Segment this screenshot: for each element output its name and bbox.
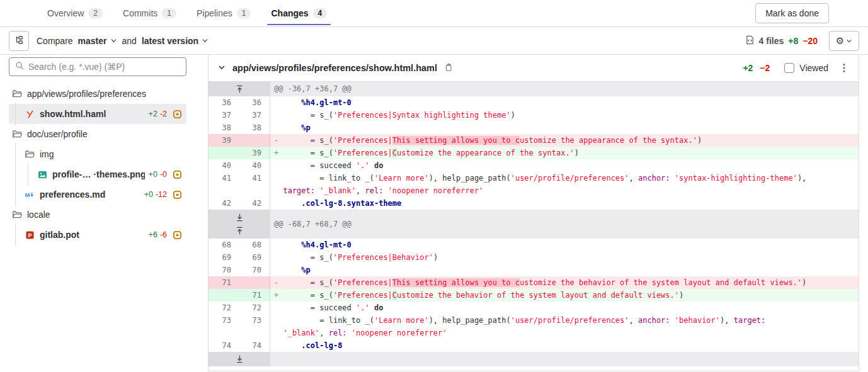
tree-folder-img[interactable]: img [9,144,186,164]
file-changed-indicator-icon [171,230,183,240]
new-line-number[interactable] [239,327,270,339]
new-line-number[interactable] [239,184,270,197]
new-line-number[interactable]: 69 [239,251,270,264]
diff-file-path: app/views/profiles/preferences/show.html… [232,63,437,73]
old-line-number[interactable] [208,184,239,197]
tree-file-show-html-haml[interactable]: show.html.haml+2-2 [9,104,186,124]
code-token: %h4.gl-mt-0 [301,98,351,107]
new-line-number[interactable]: 42 [239,197,270,210]
code-token: , [319,329,328,337]
new-line-number[interactable]: 74 [239,339,270,352]
code-token: ustomize the behavior of the system layo… [397,291,679,300]
tree-file-gitlab-pot[interactable]: Pgitlab.pot+6-6 [9,225,186,245]
old-line-number[interactable] [208,289,239,302]
tab-overview[interactable]: Overview2 [47,0,103,26]
code-token: '_blank' [319,186,356,195]
code-token: ), [720,316,734,325]
code-token: '.' [356,161,370,170]
new-line-number[interactable]: 39 [239,147,270,159]
tree-guide [11,144,24,164]
diff-marker [274,239,283,251]
tab-bar: Overview2Commits1Pipelines1Changes4 [47,0,327,26]
tree-folder-doc-user-profile[interactable]: doc/user/profile [9,124,186,144]
code-token: anchor: [638,174,670,183]
diff-marker [274,96,283,109]
folder-open-icon [11,210,23,220]
new-line-number[interactable]: 38 [239,121,270,134]
copy-file-path-button[interactable] [443,62,454,75]
tree-file-preferences-md[interactable]: Mpreferences.md+0-12 [9,184,186,205]
diff-line-row: 7373 = link_to _('Learn more'), help_pag… [208,314,859,327]
line-content: = link_to _('Learn more'), help_page_pat… [270,172,859,184]
old-line-number[interactable]: 74 [208,339,239,352]
old-line-number[interactable]: 73 [208,314,239,327]
code-token: = s_( [283,111,333,120]
new-line-number[interactable]: 36 [239,96,270,109]
old-line-number[interactable]: 69 [208,251,239,264]
expand-cell [208,352,270,366]
diff-marker [274,121,283,134]
old-line-number[interactable]: 36 [208,96,239,109]
old-line-number[interactable]: 41 [208,172,239,184]
line-content: - = s_('Preferences|This setting allows … [270,134,859,147]
line-content: = succeed '.' do [270,302,859,314]
line-content: = s_('Preferences|Syntax highlighting th… [270,109,859,121]
code-token: 'Learn more' [374,316,429,325]
diff-line-row: 7070 %p [208,264,859,276]
expand-down-button[interactable] [236,212,244,223]
old-line-number[interactable]: 39 [208,134,239,147]
old-line-number[interactable]: 42 [208,197,239,210]
tree-file-profile-themes-png[interactable]: profile-… ·themes.png+0-0 [9,164,186,184]
new-line-number[interactable]: 71 [239,289,270,302]
tree-label: img [40,149,54,159]
old-line-number[interactable]: 70 [208,264,239,276]
collapse-file-button[interactable] [217,62,227,74]
old-line-number[interactable]: 72 [208,302,239,314]
file-search-input[interactable] [28,62,180,72]
tab-commits[interactable]: Commits1 [123,0,176,26]
code-token: C [392,291,397,300]
new-line-number[interactable]: 70 [239,264,270,276]
diff-marker [274,264,283,276]
mark-as-done-button[interactable]: Mark as done [755,3,829,23]
expand-up-button[interactable] [236,84,244,95]
new-line-number[interactable]: 37 [239,109,270,121]
new-line-number[interactable] [239,134,270,147]
tab-pipelines[interactable]: Pipelines1 [197,0,251,26]
file-tree-toggle-button[interactable] [9,31,29,51]
target-version-dropdown[interactable]: latest version [140,36,210,46]
expand-up-button[interactable] [236,225,244,237]
tree-folder-locale[interactable]: locale [9,205,186,225]
code-token: rel: [329,329,347,337]
new-line-number[interactable]: 40 [239,159,270,172]
diff-line-row: 4242 .col-lg-8.syntax-theme [208,197,859,210]
old-line-number[interactable]: 38 [208,121,239,134]
new-line-number[interactable]: 72 [239,302,270,314]
hunk-header [270,352,859,366]
code-token: , [356,186,365,195]
old-line-number[interactable]: 37 [208,109,239,121]
old-line-number[interactable]: 71 [208,276,239,289]
viewed-checkbox[interactable] [784,63,794,73]
expand-down-button[interactable] [236,354,244,365]
tree-guide [11,104,24,124]
old-line-number[interactable]: 40 [208,159,239,172]
removed-lines-count: -0 [160,170,167,179]
old-line-number[interactable]: 68 [208,239,239,251]
tree-folder-app-views-profiles-preferences[interactable]: app/views/profiles/preferences [9,84,186,104]
source-version-dropdown[interactable]: master [77,36,118,46]
tab-changes[interactable]: Changes4 [271,0,327,26]
new-line-number[interactable]: 41 [239,172,270,184]
new-line-number[interactable]: 68 [239,239,270,251]
code-token: .col-lg-8.syntax-theme [301,199,401,208]
diff-settings-button[interactable]: ⚙ [829,31,859,51]
code-token: = s_( [283,253,333,262]
new-line-number[interactable] [239,276,270,289]
file-options-menu-button[interactable]: ⋮ [838,62,850,74]
new-line-number[interactable]: 73 [239,314,270,327]
old-line-number[interactable] [208,147,239,159]
diff-line-row: 6969 = s_('Preferences|Behavior') [208,251,859,264]
line-content: %p [270,264,859,276]
diff-expand-row [208,352,859,366]
old-line-number[interactable] [208,327,239,339]
